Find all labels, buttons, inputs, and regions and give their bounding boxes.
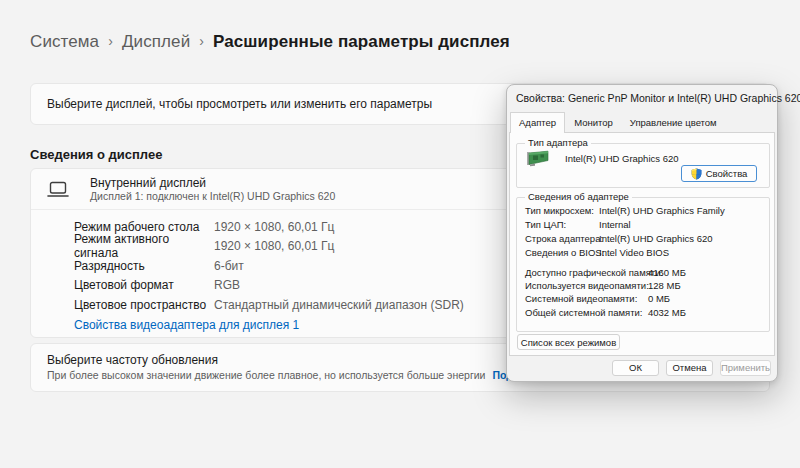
breadcrumb-item-system[interactable]: Система <box>30 32 99 52</box>
adapter-type-group: Тип адаптера Intel(R) UHD Graphics 620 <box>516 143 770 188</box>
tab-color-management[interactable]: Управление цветом <box>622 113 725 132</box>
memory-row-shared: Общей системной памяти: 4032 МБ <box>525 307 686 318</box>
adapter-properties-dialog: Свойства: Generic PnP Monitor и Intel(R)… <box>506 84 778 382</box>
info-row-adapter-string: Строка адаптера: Intel(R) UHD Graphics 6… <box>525 233 713 244</box>
memory-row-system-video: Системной видеопамяти: 0 МБ <box>525 293 670 304</box>
breadcrumb: Система › Дисплей › Расширенные параметр… <box>30 32 510 52</box>
dialog-tabs: Адаптер Монитор Управление цветом <box>510 112 726 132</box>
cancel-button[interactable]: Отмена <box>666 360 713 376</box>
gpu-card-icon <box>525 149 551 167</box>
display-name: Внутренний дисплей <box>90 176 335 190</box>
laptop-icon <box>47 181 73 198</box>
page-title: Расширенные параметры дисплея <box>213 32 510 52</box>
adapter-properties-button[interactable]: Свойства <box>681 165 757 182</box>
uac-shield-icon <box>691 168 702 180</box>
info-row-chip-type: Тип микросхем: Intel(R) UHD Graphics Fam… <box>525 205 725 216</box>
adapter-name: Intel(R) UHD Graphics 620 <box>565 153 679 164</box>
display-info-section-title: Сведения о дисплее <box>30 147 162 162</box>
apply-button: Применить <box>720 360 771 376</box>
breadcrumb-chevron-icon: › <box>199 33 204 49</box>
adapter-info-group-label: Сведения об адаптере <box>525 191 632 202</box>
ok-button[interactable]: ОК <box>612 360 659 376</box>
info-row-dac-type: Тип ЦАП: Internal <box>525 219 631 230</box>
breadcrumb-chevron-icon: › <box>108 33 113 49</box>
dialog-footer: ОК Отмена Применить <box>507 354 777 381</box>
memory-row-dedicated: Используется видеопамяти: 128 МБ <box>525 280 681 291</box>
breadcrumb-item-display[interactable]: Дисплей <box>122 32 190 52</box>
adapter-type-group-label: Тип адаптера <box>525 137 591 148</box>
info-row-bios: Сведения о BIOS: Intel Video BIOS <box>525 247 669 258</box>
dialog-title: Свойства: Generic PnP Monitor и Intel(R)… <box>516 92 800 104</box>
tab-adapter[interactable]: Адаптер <box>510 112 565 133</box>
memory-row-available: Доступно графической памяти: 4160 МБ <box>525 267 686 278</box>
dialog-titlebar[interactable]: Свойства: Generic PnP Monitor и Intel(R)… <box>507 85 777 111</box>
adapter-info-group: Сведения об адаптере Тип микросхем: Inte… <box>516 197 770 332</box>
display-connection: Дисплей 1: подключен к Intel(R) UHD Grap… <box>90 190 335 203</box>
select-display-text: Выберите дисплей, чтобы просмотреть или … <box>47 97 432 111</box>
adapter-tab-panel: Тип адаптера Intel(R) UHD Graphics 620 <box>509 132 775 356</box>
tab-monitor[interactable]: Монитор <box>566 113 621 132</box>
list-all-modes-button[interactable]: Список всех режимов <box>517 334 620 350</box>
settings-window: Система › Дисплей › Расширенные параметр… <box>0 0 800 468</box>
adapter-name-row: Intel(R) UHD Graphics 620 <box>525 149 679 167</box>
display-adapter-properties-link[interactable]: Свойства видеоадаптера для дисплея 1 <box>74 318 299 332</box>
adapter-properties-button-label: Свойства <box>706 168 748 179</box>
